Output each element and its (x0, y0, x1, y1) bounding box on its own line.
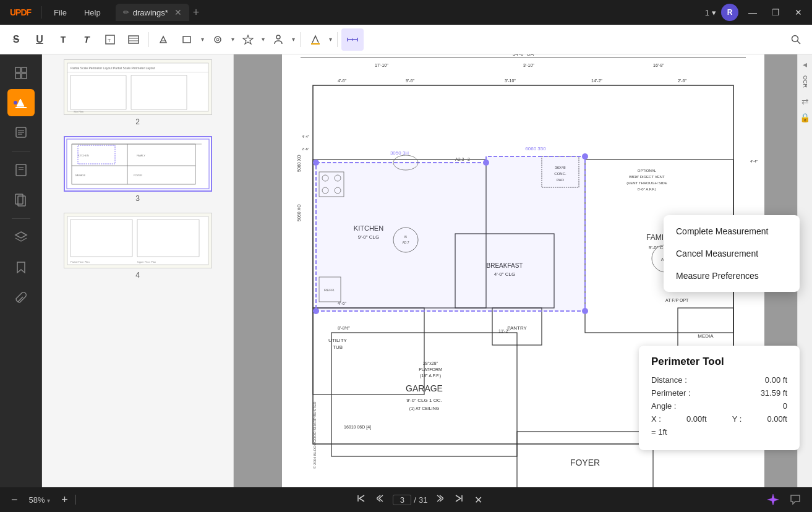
chat-btn[interactable] (786, 490, 805, 509)
svg-text:2'-6": 2'-6" (302, 147, 309, 151)
svg-text:16'-8": 16'-8" (653, 63, 664, 67)
svg-point-110 (582, 153, 588, 160)
sidebar-bookmarks-btn[interactable] (7, 156, 35, 184)
svg-rect-19 (22, 67, 27, 72)
nav-next-btn[interactable] (431, 492, 447, 508)
measure-preferences-item[interactable]: Measure Preferences (664, 265, 800, 287)
svg-text:PANTRY: PANTRY (507, 325, 527, 331)
toolbar: S U T T T ▾ ▾ ▾ ▾ ▾ (0, 25, 812, 54)
svg-text:6060 350: 6060 350 (525, 146, 546, 151)
sidebar-highlight-btn[interactable] (7, 89, 35, 116)
ai-sparkle-btn[interactable] (764, 490, 782, 509)
complete-measurement-item[interactable]: Complete Measurement (664, 220, 800, 242)
shapes-btn[interactable] (176, 28, 199, 51)
file-menu[interactable]: File (46, 6, 74, 20)
thumb-img-3[interactable]: KITCHEN FAMILY GARAGE FOYER (64, 136, 212, 192)
sidebar-thumbnails-btn[interactable] (7, 59, 35, 87)
maximize-btn[interactable]: ❐ (767, 5, 785, 20)
new-tab-btn[interactable]: + (193, 6, 200, 19)
sidebar-sep2 (12, 218, 30, 219)
zoom-value[interactable]: 58% ▾ (25, 494, 54, 506)
color-arrow[interactable]: ▾ (328, 35, 333, 44)
nav-last-btn[interactable] (451, 492, 467, 508)
pdf-area[interactable]: 34'-6" OA 17'-10" 3'-10" 16'-8" 4'-6" 9'… (234, 54, 812, 487)
thumbnail-page-3[interactable]: KITCHEN FAMILY GARAGE FOYER 3 (42, 131, 233, 208)
sidebar-layers-btn[interactable] (7, 224, 35, 251)
xy-row: X : 0.00ft Y : 0.00ft (651, 414, 787, 424)
svg-text:4'-4": 4'-4" (302, 135, 309, 139)
person-btn[interactable] (267, 28, 289, 51)
measure-btn[interactable] (341, 28, 364, 51)
stamp-btn[interactable] (207, 28, 229, 51)
svg-point-8 (216, 38, 219, 41)
sidebar-notes-btn[interactable] (7, 119, 35, 146)
cancel-measurement-item[interactable]: Cancel Measurement (664, 242, 800, 265)
close-bar-btn[interactable]: ✕ (471, 492, 486, 508)
sidebar-pages-btn[interactable] (7, 186, 35, 213)
svg-rect-22 (15, 107, 27, 108)
distance-label: Distance : (651, 375, 687, 385)
thumbnail-page-4[interactable]: Partial Floor Plan Upper Floor Plan 4 (42, 208, 233, 284)
sidebar-attachment-btn[interactable] (7, 283, 35, 310)
page-nav[interactable]: 1 ▾ (705, 8, 716, 17)
right-sidebar-collapse[interactable]: ◂ (803, 59, 807, 69)
context-menu: Complete Measurement Cancel Measurement … (664, 215, 800, 292)
stamp-arrow[interactable]: ▾ (230, 35, 236, 44)
search-btn[interactable] (785, 28, 807, 51)
zoom-in-btn[interactable]: + (58, 492, 72, 508)
shapes-arrow[interactable]: ▾ (200, 35, 205, 44)
svg-marker-32 (15, 232, 27, 238)
perimeter-label: Perimeter : (651, 388, 691, 398)
page-current-input[interactable] (393, 495, 411, 505)
close-btn[interactable]: ✕ (790, 5, 807, 20)
text-bold-btn[interactable]: T (75, 28, 98, 51)
text-btn[interactable]: T (52, 28, 74, 51)
svg-text:8'-8½": 8'-8½" (338, 326, 350, 330)
svg-text:3'-10": 3'-10" (505, 79, 516, 83)
strikethrough-btn[interactable]: S (5, 28, 27, 51)
right-sidebar-protect[interactable]: 🔒 (800, 113, 810, 122)
svg-point-10 (276, 35, 280, 39)
highlight-btn[interactable] (153, 28, 175, 51)
svg-marker-107 (316, 156, 585, 311)
right-sidebar-convert[interactable]: ⇄ (801, 96, 809, 106)
minimize-btn[interactable]: — (743, 5, 762, 20)
text-box-btn[interactable]: T (99, 28, 121, 51)
svg-text:(VENT THROUGH SIDE: (VENT THROUGH SIDE (626, 181, 667, 185)
sticker-btn[interactable] (237, 28, 259, 51)
color-fill-btn[interactable] (304, 28, 327, 51)
sep3 (337, 32, 338, 47)
svg-text:FOYER: FOYER (134, 174, 142, 177)
svg-text:OPTIONAL: OPTIONAL (637, 169, 656, 173)
svg-text:3'-10": 3'-10" (523, 63, 534, 67)
right-sidebar-ocr[interactable]: OCR (802, 75, 808, 88)
underline-btn[interactable]: U (28, 28, 51, 51)
svg-text:28"x28": 28"x28" (422, 361, 438, 365)
nav-prev-btn[interactable] (373, 492, 389, 508)
zoom-out-btn[interactable]: − (7, 492, 22, 508)
scale-value: = 1ft (651, 427, 667, 437)
thumb-img-4[interactable]: Partial Floor Plan Upper Floor Plan (64, 213, 212, 268)
zoom-dropdown-arrow[interactable]: ▾ (47, 497, 50, 504)
sticker-arrow[interactable]: ▾ (260, 35, 266, 44)
text-edit-btn[interactable] (122, 28, 145, 51)
thumbnail-page-2[interactable]: Partial Scale Perimeter Layout Partial S… (42, 54, 233, 131)
title-separator (41, 6, 41, 19)
tab-close-btn[interactable]: ✕ (174, 7, 182, 17)
sidebar-bookmark-btn[interactable] (7, 254, 35, 281)
page-nav-arrow[interactable]: ▾ (712, 8, 716, 17)
x-value: 0.00ft (686, 414, 707, 424)
person-arrow[interactable]: ▾ (291, 35, 296, 44)
svg-rect-11 (311, 43, 320, 45)
svg-text:2: 2 (468, 157, 470, 161)
active-tab[interactable]: ✏ drawings* ✕ (116, 4, 189, 21)
page-indicator: / 31 (393, 495, 427, 505)
help-menu[interactable]: Help (77, 6, 108, 20)
svg-text:5060 XO: 5060 XO (297, 155, 301, 172)
thumb-img-2[interactable]: Partial Scale Perimeter Layout Partial S… (64, 59, 212, 115)
nav-first-btn[interactable] (353, 492, 369, 508)
svg-rect-27 (16, 164, 26, 176)
tab-icon: ✏ (123, 8, 129, 17)
user-avatar[interactable]: R (721, 4, 738, 21)
svg-text:6'-0" A.F.F.): 6'-0" A.F.F.) (637, 187, 656, 191)
